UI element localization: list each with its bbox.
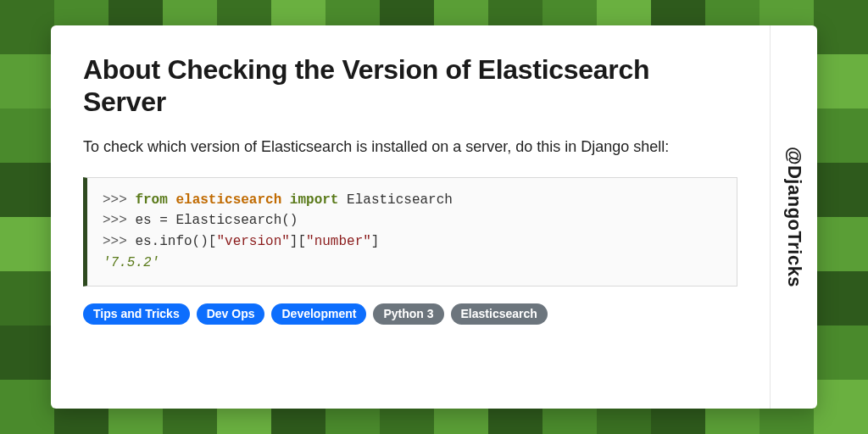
- bg-tile: [0, 217, 54, 271]
- bg-tile: [814, 54, 868, 108]
- code-prompt: >>>: [103, 192, 135, 208]
- tag-pill[interactable]: Dev Ops: [197, 303, 265, 325]
- code-text: ]: [371, 234, 380, 249]
- bg-tile: [814, 108, 868, 163]
- bg-tile: [0, 0, 54, 54]
- bg-tile: [814, 271, 868, 326]
- bg-tile: [0, 380, 54, 434]
- code-prompt: >>>: [103, 213, 135, 228]
- code-text: es = Elasticsearch(): [135, 213, 298, 228]
- post-description: To check which version of Elasticsearch …: [83, 136, 737, 159]
- post-title: About Checking the Version of Elasticsea…: [83, 54, 737, 119]
- tag-pill[interactable]: Development: [271, 303, 366, 325]
- code-string: "number": [306, 234, 371, 249]
- bg-tile: [814, 380, 868, 434]
- code-keyword: import: [290, 192, 339, 208]
- bg-tile: [0, 326, 54, 380]
- code-identifier: Elasticsearch: [347, 192, 453, 208]
- bg-tile: [814, 326, 868, 380]
- sidebar: @DjangoTricks: [770, 25, 817, 409]
- code-string: "version": [216, 234, 289, 249]
- content-card: About Checking the Version of Elasticsea…: [51, 25, 817, 409]
- main-column: About Checking the Version of Elasticsea…: [51, 25, 770, 409]
- bg-tile: [0, 271, 54, 326]
- code-output: '7.5.2': [103, 255, 159, 270]
- author-handle: @DjangoTricks: [783, 147, 805, 287]
- bg-tile: [814, 163, 868, 217]
- bg-tile: [814, 0, 868, 54]
- code-keyword: from: [135, 192, 167, 208]
- bg-tile: [0, 54, 54, 108]
- bg-tile: [0, 163, 54, 217]
- code-block: >>> from elasticsearch import Elasticsea…: [83, 177, 737, 287]
- bg-tile: [814, 217, 868, 271]
- tag-pill[interactable]: Elasticsearch: [451, 303, 548, 325]
- bg-tile: [0, 108, 54, 163]
- code-text: ][: [290, 234, 306, 249]
- tag-pill[interactable]: Tips and Tricks: [83, 303, 190, 325]
- code-module: elasticsearch: [175, 192, 281, 208]
- tag-list: Tips and TricksDev OpsDevelopmentPython …: [83, 303, 737, 325]
- tag-pill[interactable]: Python 3: [373, 303, 443, 325]
- code-prompt: >>>: [103, 234, 135, 249]
- code-text: es.info()[: [135, 234, 216, 249]
